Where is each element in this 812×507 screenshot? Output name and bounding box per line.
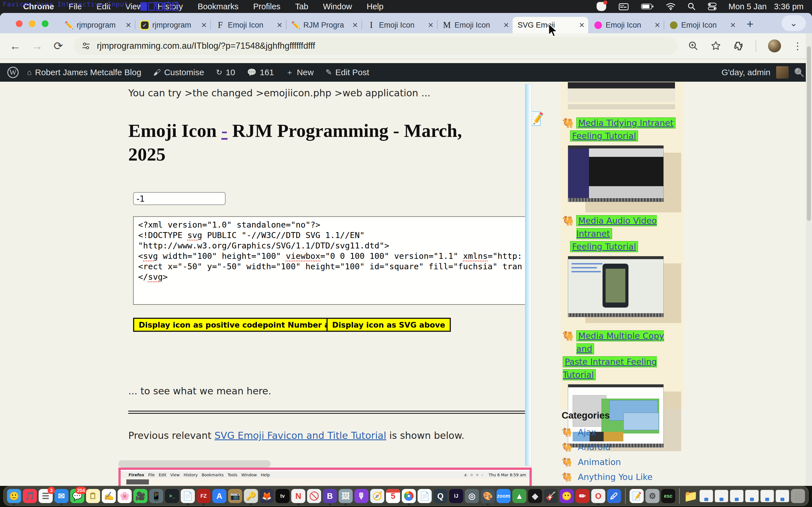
dock-bible-icon[interactable]: B [323, 489, 337, 503]
dock-trash-icon[interactable]: 🗑 [791, 489, 805, 503]
tutorial-link[interactable]: Media Audio Video Intranet [576, 215, 657, 239]
dock-downloads-folder-icon[interactable]: 📁 [684, 489, 698, 503]
dock-stickies-icon[interactable]: 📝 [629, 489, 644, 503]
dock-linearity-icon[interactable]: 🖊 [607, 489, 621, 503]
dock-textedit-icon[interactable]: 📄 [181, 489, 195, 503]
minimize-window-button[interactable] [29, 20, 36, 27]
dock-utility-icon[interactable]: ⚙ [645, 489, 659, 503]
tab-rjm-progra[interactable]: ✏️RJM Progra✕ [286, 17, 361, 33]
dock-calendar-icon[interactable]: 5 [386, 489, 400, 503]
dock-news-icon[interactable]: N [291, 489, 305, 503]
dock-maps-icon[interactable]: ▲ [512, 489, 526, 503]
category-link-android[interactable]: Android [578, 442, 610, 452]
fullscreen-window-button[interactable] [42, 20, 49, 27]
tab-close-icon[interactable]: ✕ [428, 21, 434, 29]
tab-emoji-icon[interactable]: FEmoji Icon✕ [210, 17, 286, 33]
tutorial-link[interactable]: Media Multiple Copy and [576, 330, 664, 354]
dock-loopback-icon[interactable]: ◎ [465, 489, 479, 503]
dock-music-icon[interactable]: 🎵 [23, 489, 37, 503]
admin-search-icon[interactable]: 🔍 [794, 68, 805, 77]
tab-close-icon[interactable]: ✕ [276, 21, 283, 29]
display-codepoint-button[interactable]: Display icon as positive codepoint Numbe… [133, 318, 356, 332]
dock-screen-time-icon[interactable]: 🚫 [307, 489, 321, 503]
dock-mail-icon[interactable]: ✉ [54, 489, 68, 503]
category-link-anything-you-like[interactable]: Anything You Like [578, 472, 652, 482]
tab-close-icon[interactable]: ✕ [654, 21, 660, 29]
dock-esc-terminal-icon[interactable]: esc [661, 489, 675, 503]
admin-comments[interactable]: 💬161 [247, 68, 274, 77]
category-link-animation[interactable]: Animation [578, 457, 621, 467]
reload-button[interactable]: ⟳ [54, 40, 63, 52]
dock-notes-icon[interactable]: 🗒 [86, 489, 100, 503]
control-center-icon[interactable] [708, 3, 717, 10]
dock-intellij-icon[interactable]: IJ [449, 489, 463, 503]
bookmark-star-icon[interactable] [711, 41, 721, 51]
tab-close-icon[interactable]: ✕ [352, 21, 358, 29]
tab-emoji-icon[interactable]: Emoji Icon✕ [588, 17, 664, 33]
dock-filezilla-icon[interactable]: FZ [197, 489, 211, 503]
dock-pixelmator-icon[interactable]: 🎨 [481, 489, 495, 503]
dock-freeform-icon[interactable]: ✍ [102, 489, 116, 503]
dock-finder-icon[interactable]: 🙂 [7, 489, 21, 503]
tutorial-link[interactable]: Paste Intranet Feeling Tutorial [563, 356, 657, 380]
dock-memoji-icon[interactable]: 😶 [560, 489, 574, 503]
tutorial-thumbnail[interactable] [568, 145, 664, 202]
category-link-ajax[interactable]: Ajax [578, 427, 596, 437]
tutorial-link[interactable]: Feeling Tutorial [570, 130, 638, 142]
admin-customise[interactable]: 🖌Customise [153, 68, 204, 77]
dock-reminders-icon[interactable]: ☰3 [39, 489, 53, 503]
dock-keychain-access-icon[interactable]: 🔑 [244, 489, 258, 503]
menu-bar-clock[interactable]: Mon 5 Jan3:36 pm [728, 2, 804, 11]
minimized-window-thumbnail[interactable] [715, 490, 728, 502]
minimized-window-thumbnail[interactable] [700, 490, 713, 502]
admin-edit-post[interactable]: ✎Edit Post [326, 68, 369, 77]
menu-item-help[interactable]: Help [367, 2, 384, 11]
dock-podcasts-icon[interactable]: 🎙 [354, 489, 368, 503]
menu-item-bookmarks[interactable]: Bookmarks [198, 2, 239, 11]
tutorial-thumbnail[interactable] [568, 256, 664, 317]
minimized-window-thumbnail[interactable] [760, 490, 774, 502]
dock-firefox-icon[interactable]: 🦊 [260, 489, 274, 503]
chrome-menu-icon[interactable]: ⋮ [793, 40, 802, 52]
tab-close-icon[interactable]: ✕ [579, 21, 585, 29]
title-dash-link[interactable]: - [221, 120, 227, 141]
menu-item-profiles[interactable]: Profiles [253, 2, 281, 11]
dock-redactor-icon[interactable]: ✏ [575, 489, 590, 503]
minimized-window-thumbnail[interactable] [730, 490, 744, 502]
wordpress-logo-icon[interactable]: W [7, 67, 18, 78]
menu-item-window[interactable]: Window [323, 2, 352, 11]
codepoint-input[interactable] [133, 192, 225, 205]
close-window-button[interactable] [16, 20, 22, 27]
dock-quicktime-icon[interactable]: Q [434, 489, 448, 503]
dock-facetime-icon[interactable]: 🎥 [133, 489, 147, 503]
tutorial-link[interactable]: Feeling Tutorial [570, 241, 638, 252]
tutorial-link[interactable]: Media Tidying Intranet [576, 117, 675, 128]
tab-emoji-icon[interactable]: IEmoji Icon✕ [361, 17, 437, 33]
tab-close-icon[interactable]: ✕ [125, 21, 132, 29]
dock-opera-icon[interactable]: O [591, 489, 605, 503]
dock-photos-icon[interactable]: 🌸 [117, 489, 132, 503]
dock-terminal-icon[interactable]: >_ [165, 489, 179, 503]
profile-avatar[interactable] [768, 40, 781, 52]
menu-item-tab[interactable]: Tab [295, 2, 308, 11]
admin-updates[interactable]: ↻10 [216, 68, 235, 77]
admin-avatar[interactable] [776, 66, 789, 78]
scrollbar-thumb[interactable] [807, 46, 811, 221]
admin-greeting[interactable]: G'day, admin [721, 68, 770, 77]
dock-apple-tv-icon[interactable]: tv [275, 489, 290, 503]
back-button[interactable]: ← [10, 40, 21, 52]
forward-button[interactable]: → [32, 40, 43, 52]
tab-close-icon[interactable]: ✕ [201, 21, 207, 29]
display-svg-button[interactable]: Display icon as SVG above [326, 318, 451, 332]
dock-pages-icon[interactable]: 📄 [417, 489, 432, 503]
spotlight-search-icon[interactable] [688, 2, 696, 11]
battery-icon[interactable] [641, 3, 654, 10]
tab-emoji-icon[interactable]: MEmoji Icon✕ [437, 17, 513, 33]
dock-inkscape-icon[interactable]: ◆ [528, 489, 542, 503]
dock-garageband-icon[interactable]: 🎸 [544, 489, 558, 503]
site-settings-icon[interactable] [81, 41, 91, 51]
dock-messages-icon[interactable]: 💬204 [70, 489, 84, 503]
iframe-scrollbar[interactable] [525, 84, 532, 466]
tab-rjmprogram[interactable]: ✏️rjmprogram✕ [59, 17, 135, 33]
admin-site-name[interactable]: ⌂Robert James Metcalfe Blog [27, 68, 141, 77]
